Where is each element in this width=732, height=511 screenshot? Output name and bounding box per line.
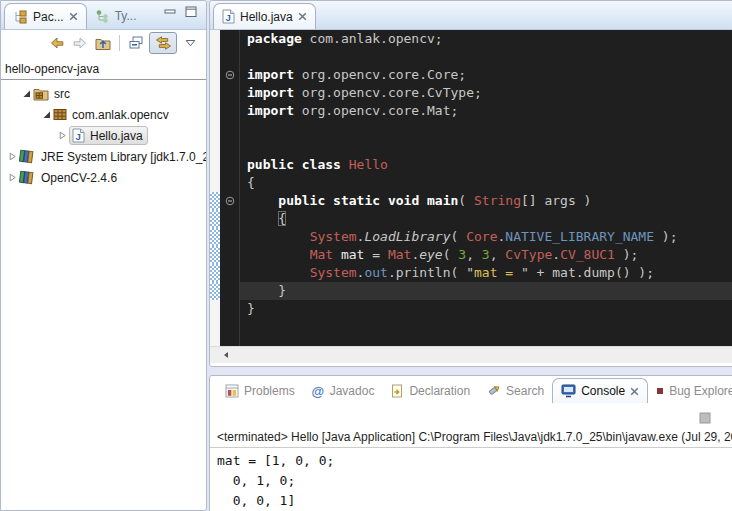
tree-item-com-anlak-opencv[interactable]: com.anlak.opencv [1, 104, 206, 125]
tree-item-label: src [54, 87, 70, 101]
arrow-expanded-icon[interactable] [39, 110, 53, 119]
tree-item-src[interactable]: src [1, 83, 206, 104]
editor-body: package com.anlak.opencv;import org.open… [210, 30, 732, 346]
up-folder-icon [95, 35, 111, 51]
up-folder-button[interactable] [93, 33, 113, 53]
tree-item-hello-java[interactable]: JHello.java [1, 125, 206, 146]
tab-label: Javadoc [330, 384, 375, 398]
code-line[interactable]: { [247, 174, 732, 192]
code-line[interactable]: import org.opencv.core.Mat; [247, 102, 732, 120]
tree-item-label: Hello.java [90, 129, 143, 143]
code-line[interactable]: } [247, 300, 732, 318]
code-line[interactable]: package com.anlak.opencv; [247, 30, 732, 48]
scroll-left-icon[interactable] [222, 351, 230, 359]
console-output-line: 0, 1, 0; [217, 471, 732, 491]
tab-declaration[interactable]: Declaration [382, 378, 478, 403]
gutter-cell [220, 228, 239, 246]
svg-text:J: J [226, 12, 231, 23]
library-icon [19, 149, 36, 164]
forward-arrow-button[interactable] [70, 33, 90, 53]
tab-javadoc[interactable]: @Javadoc [303, 378, 383, 403]
tab-ty[interactable]: Ty... [87, 3, 145, 29]
gutter-cell [220, 30, 239, 48]
link-with-editor-button[interactable] [149, 32, 177, 54]
view-menu-icon [185, 39, 196, 47]
eclipse-workbench: Pac...Ty... hello-opencv-java srccom.anl… [0, 0, 732, 511]
package-explorer-toolbar [1, 30, 206, 56]
range-indicator [210, 228, 220, 246]
link-with-editor-icon [154, 36, 173, 50]
package-explorer-tabbar: Pac...Ty... [1, 1, 206, 30]
gutter-cell [220, 282, 239, 300]
code-line[interactable]: import org.opencv.core.Core; [247, 66, 732, 84]
console-panel: Problems@JavadocDeclarationSearchConsole… [209, 375, 732, 511]
ruler-cell [210, 66, 220, 84]
gutter-cell [220, 138, 239, 156]
gutter-cell [220, 192, 239, 210]
project-label[interactable]: hello-opencv-java [1, 56, 206, 80]
minimize-button[interactable] [164, 6, 177, 18]
range-indicator [210, 192, 220, 210]
toolbar-separator [119, 35, 120, 51]
tree-item-opencv-2-4-6[interactable]: OpenCV-2.4.6 [1, 167, 206, 188]
package-explorer-tabs: Pac...Ty... [1, 1, 144, 29]
ruler-cell [210, 84, 220, 102]
code-line[interactable]: public static void main( String[] args ) [247, 192, 732, 210]
close-icon[interactable] [298, 12, 307, 21]
console-toolbar [699, 412, 711, 424]
tab-label: Problems [244, 384, 295, 398]
tree-item-content: src [33, 87, 70, 101]
tab-hello-java[interactable]: JHello.java [213, 3, 316, 29]
back-arrow-icon [49, 35, 65, 51]
arrow-expanded-icon[interactable] [19, 89, 33, 98]
tab-label: Hello.java [240, 10, 293, 24]
search-icon [486, 384, 501, 398]
terminate-button[interactable] [699, 412, 711, 424]
code-line[interactable] [247, 120, 732, 138]
view-menu-button[interactable] [180, 33, 200, 53]
ruler-cell [210, 30, 220, 48]
console-body: <terminated> Hello [Java Application] C:… [210, 403, 732, 511]
code-line[interactable]: import org.opencv.core.CvType; [247, 84, 732, 102]
tab-search[interactable]: Search [478, 378, 552, 403]
code-line[interactable]: System.LoadLibrary( Core.NATIVE_LIBRARY_… [247, 228, 732, 246]
back-arrow-button[interactable] [47, 33, 67, 53]
console-output: mat = [1, 0, 0; 0, 1, 0; 0, 0, 1] [210, 448, 732, 511]
close-icon[interactable] [630, 387, 639, 396]
tab-bug-explorer[interactable]: Bug Explorer [648, 378, 732, 403]
close-icon[interactable] [69, 12, 78, 21]
editor-annotation-ruler [210, 30, 220, 346]
tab-problems[interactable]: Problems [217, 378, 303, 403]
code-line[interactable]: System.out.println( "mat = " + mat.dump(… [247, 264, 732, 282]
arrow-collapsed-icon[interactable] [5, 152, 19, 161]
code-line[interactable]: Mat mat = Mat.eye( 3, 3, CvType.CV_8UC1 … [247, 246, 732, 264]
maximize-button[interactable] [185, 6, 198, 18]
collapse-all-icon [128, 35, 144, 51]
code-line[interactable] [247, 48, 732, 66]
range-indicator [210, 246, 220, 264]
gutter-cell [220, 300, 239, 318]
tree-item-jre-system-library-jdk1-7-0-25[interactable]: JRE System Library [jdk1.7.0_25] [1, 146, 206, 167]
tab-console[interactable]: Console [552, 378, 648, 403]
arrow-collapsed-icon[interactable] [55, 131, 69, 140]
gutter-cell [220, 102, 239, 120]
range-indicator [210, 282, 220, 300]
tree-item-content: OpenCV-2.4.6 [19, 170, 117, 185]
ruler-cell [210, 120, 220, 138]
gutter-cell [220, 156, 239, 174]
code-area[interactable]: package com.anlak.opencv;import org.open… [240, 30, 732, 346]
gutter-cell [220, 48, 239, 66]
problems-icon [225, 384, 239, 398]
code-line[interactable]: { [247, 210, 732, 228]
code-line[interactable]: public class Hello [247, 156, 732, 174]
code-line[interactable] [247, 138, 732, 156]
arrow-collapsed-icon[interactable] [5, 173, 19, 182]
editor-horizontal-scrollbar[interactable] [210, 346, 732, 363]
fold-collapse-icon[interactable] [225, 70, 235, 80]
tab-pac[interactable]: Pac... [4, 3, 87, 29]
fold-collapse-icon[interactable] [225, 196, 235, 206]
collapse-all-button[interactable] [126, 33, 146, 53]
tab-label: Ty... [115, 9, 137, 23]
forward-arrow-icon [72, 35, 88, 51]
code-line-current[interactable]: } [240, 282, 732, 300]
